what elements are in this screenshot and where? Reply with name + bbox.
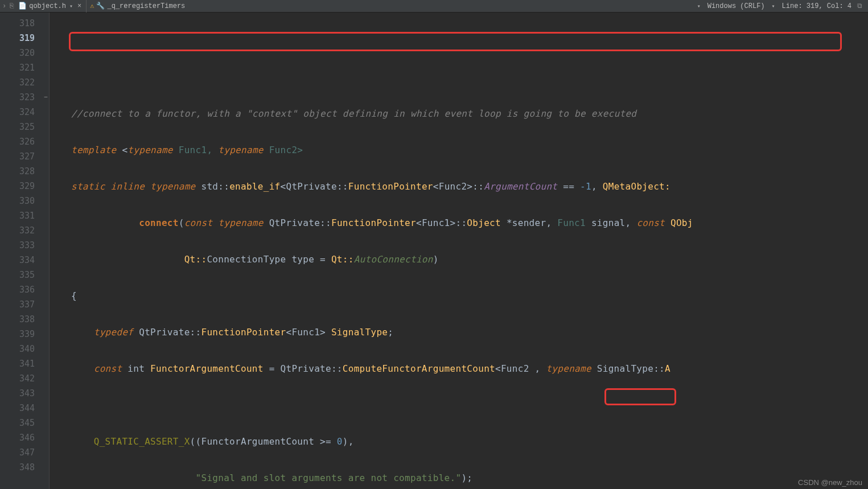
line-number: 326: [0, 134, 43, 149]
warning-icon: ⚠: [90, 2, 94, 10]
highlight-annotation-1: [69, 32, 842, 51]
line-number: 324: [0, 105, 43, 120]
line-number: 342: [0, 371, 43, 386]
line-number: 327: [0, 149, 43, 164]
tab-file-2[interactable]: ⚠ 🔧 _q_reregisterTimers: [87, 0, 188, 13]
line-number: 325: [0, 120, 43, 134]
tab-label: _q_reregisterTimers: [107, 2, 185, 10]
line-number: 318: [0, 16, 43, 31]
chevron-right-icon[interactable]: ›: [2, 2, 6, 10]
line-number: 336: [0, 282, 43, 297]
line-number: 328: [0, 164, 43, 179]
line-number: 319: [0, 31, 43, 46]
line-number: 322: [0, 75, 43, 90]
line-number: 347: [0, 445, 43, 460]
line-number: 321: [0, 60, 43, 75]
file-icon: 📄: [18, 2, 27, 10]
watermark: CSDN @new_zhou: [798, 478, 862, 487]
line-number: 346: [0, 430, 43, 445]
tab-label: qobject.h: [29, 2, 66, 10]
line-number: 323: [0, 90, 43, 105]
line-number: 335: [0, 268, 43, 282]
chevron-down-icon[interactable]: ▾: [68, 3, 74, 10]
function-icon: 🔧: [96, 2, 105, 10]
line-number: 337: [0, 297, 43, 312]
line-number: 333: [0, 238, 43, 253]
fold-column: −: [43, 13, 50, 489]
line-number: 331: [0, 208, 43, 223]
editor-area: 3183193203213223233243253263273283293303…: [0, 13, 868, 489]
line-number: 329: [0, 179, 43, 194]
code-comment: //connect to a functor, with a "context"…: [71, 108, 636, 119]
line-number: 341: [0, 356, 43, 371]
line-number: 339: [0, 327, 43, 342]
line-number: 348: [0, 460, 43, 475]
code-area[interactable]: //connect to a functor, with a "context"…: [50, 13, 868, 489]
close-icon[interactable]: ×: [76, 2, 83, 10]
line-ending-indicator[interactable]: Windows (CRLF): [707, 2, 765, 10]
line-number: 345: [0, 416, 43, 430]
line-number: 343: [0, 386, 43, 401]
line-number: 340: [0, 342, 43, 356]
cursor-position-indicator: Line: 319, Col: 4: [782, 2, 851, 10]
pin-icon[interactable]: ⎘: [10, 2, 14, 10]
line-number: 320: [0, 46, 43, 60]
line-number: 344: [0, 401, 43, 416]
line-number: 334: [0, 253, 43, 268]
chevron-down-icon[interactable]: ▾: [696, 3, 702, 10]
split-icon[interactable]: ⧉: [857, 2, 862, 10]
line-number: 332: [0, 223, 43, 238]
line-number: 338: [0, 312, 43, 327]
line-number: 330: [0, 194, 43, 208]
line-number-gutter: 3183193203213223233243253263273283293303…: [0, 13, 43, 489]
tab-file-1[interactable]: 📄 qobject.h ▾ ×: [15, 0, 87, 13]
editor-tab-bar: › ⎘ 📄 qobject.h ▾ × ⚠ 🔧 _q_reregisterTim…: [0, 0, 868, 13]
chevron-down-icon[interactable]: ▾: [771, 3, 776, 10]
